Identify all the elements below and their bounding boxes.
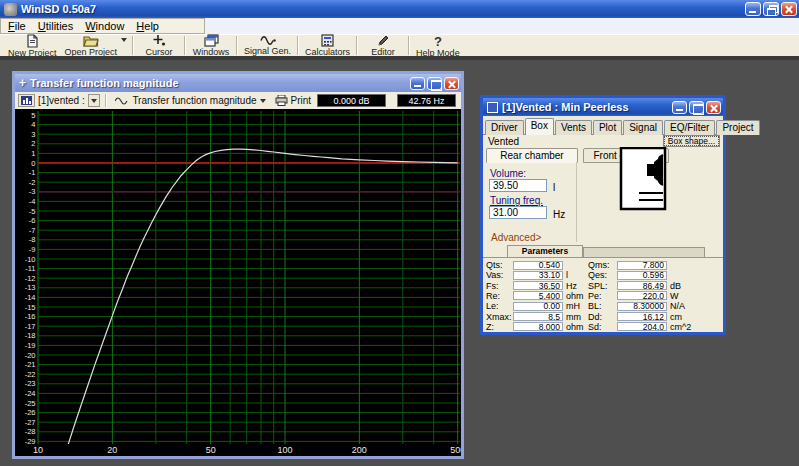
svg-text:4: 4 [31, 120, 35, 129]
svg-text:10: 10 [33, 445, 43, 455]
parameter-label: Dd: [588, 312, 617, 322]
parameter-label: BL: [588, 301, 617, 311]
transfer-close-button[interactable] [444, 77, 459, 90]
transfer-function-window: + Transfer function magnitude [1]vented … [12, 71, 464, 459]
signal-gen-icon [260, 35, 276, 46]
parameters-column-left: Qts:0.540Vas:33.10lFs:36.50HzRe:5.400ohm… [486, 260, 588, 332]
transfer-window-controls [410, 77, 459, 90]
svg-text:1: 1 [31, 149, 35, 158]
cursor-button[interactable]: Cursor [136, 35, 182, 56]
cursor-freq-readout: 42.76 Hz [397, 94, 456, 107]
plot-area[interactable]: -29-28-27-26-25-24-23-22-21-20-19-18-17-… [15, 109, 461, 456]
project-selector-label[interactable]: [1]vented : [38, 95, 85, 106]
project-window-icon [487, 102, 498, 113]
parameter-row: Fs:36.50Hz [486, 281, 588, 291]
svg-text:-14: -14 [25, 293, 36, 302]
parameter-unit: W [670, 291, 679, 301]
sine-icon [115, 97, 129, 105]
help-mode-button[interactable]: ?Help Mode [412, 35, 464, 56]
parameter-value: 16.12 [617, 312, 667, 321]
tuning-freq-input[interactable]: 31.00 [489, 206, 547, 219]
parameter-value: 204.0 [617, 322, 667, 331]
parameter-unit: dB [670, 281, 681, 291]
svg-text:-7: -7 [29, 226, 36, 235]
menu-window[interactable]: Window [85, 20, 124, 32]
svg-text:-22: -22 [25, 370, 36, 379]
windows-button[interactable]: Windows [188, 35, 234, 56]
project-maximize-button[interactable] [689, 101, 704, 114]
menu-utilities[interactable]: Utilities [38, 20, 73, 32]
transfer-minimize-button[interactable] [410, 77, 425, 90]
toolbar-separator [184, 36, 186, 55]
tab-vents[interactable]: Vents [555, 120, 592, 135]
open-project-icon [83, 34, 99, 47]
tab-project[interactable]: Project [716, 120, 759, 135]
parameter-unit: mm [566, 312, 581, 322]
tab-signal[interactable]: Signal [623, 120, 663, 135]
svg-text:100: 100 [277, 445, 292, 455]
parameter-label: Fs: [486, 281, 513, 291]
parameter-unit: ohm [566, 322, 584, 332]
tab-driver[interactable]: Driver [485, 120, 524, 135]
parameter-label: Xmax: [486, 312, 513, 322]
menu-help[interactable]: Help [136, 20, 159, 32]
parameter-label: Qes: [588, 270, 617, 280]
crosshair-icon: + [19, 77, 26, 90]
volume-input[interactable]: 39.50 [489, 179, 547, 192]
svg-text:-2: -2 [29, 178, 36, 187]
open-project-dropdown-arrow[interactable] [121, 35, 130, 56]
parameter-value: 36.50 [513, 281, 563, 290]
graph-select-icon[interactable] [18, 94, 35, 107]
open-project-button[interactable]: Open Project [61, 35, 122, 56]
svg-text:-19: -19 [25, 341, 36, 350]
svg-text:50: 50 [206, 445, 216, 455]
project-close-button[interactable] [706, 101, 721, 114]
tab-plot[interactable]: Plot [593, 120, 622, 135]
editor-button[interactable]: Editor [360, 35, 406, 56]
advanced-link[interactable]: Advanced> [491, 232, 541, 243]
menu-file[interactable]: File [8, 20, 26, 32]
help-mode-icon: ? [432, 34, 444, 48]
svg-text:-4: -4 [29, 197, 36, 206]
new-project-icon [25, 34, 39, 48]
project-window-titlebar[interactable]: [1]Vented : Min Peerless [483, 98, 723, 116]
parameter-value: 8.30000 [617, 302, 667, 311]
toolbar-separator [297, 36, 299, 55]
box-shape-button[interactable]: Box shape... [663, 135, 720, 147]
graph-type-dropdown-arrow[interactable] [260, 99, 266, 103]
tab-eq-filter[interactable]: EQ/Filter [664, 120, 715, 135]
app-minimize-button[interactable] [745, 2, 761, 16]
transfer-window-titlebar[interactable]: + Transfer function magnitude [15, 74, 461, 92]
transfer-magnitude-chart[interactable]: -29-28-27-26-25-24-23-22-21-20-19-18-17-… [15, 109, 461, 456]
tuning-freq-unit: Hz [553, 209, 565, 220]
parameter-label: Z: [486, 322, 513, 332]
tab-box[interactable]: Box [525, 118, 554, 135]
volume-label: Volume: [490, 168, 526, 179]
parameter-value: 0.00 [513, 302, 563, 311]
app-close-button[interactable] [781, 2, 797, 16]
project-selector-dropdown[interactable] [88, 94, 101, 107]
calculators-button[interactable]: Calculators [301, 35, 354, 56]
transfer-maximize-button[interactable] [427, 77, 442, 90]
signal-gen--button[interactable]: Signal Gen. [240, 35, 295, 56]
box-schematic [619, 147, 667, 211]
parameter-value: 86.49 [617, 281, 667, 290]
project-minimize-button[interactable] [672, 101, 687, 114]
svg-text:-28: -28 [25, 427, 36, 436]
parameter-value: 5.400 [513, 291, 563, 300]
toolbar-separator [356, 36, 358, 55]
parameter-label: Pe: [588, 291, 617, 301]
print-button[interactable]: Print [272, 94, 315, 108]
parameter-unit: ohm [566, 291, 584, 301]
parameters-header-tab[interactable]: Parameters [507, 245, 583, 257]
graph-type-combo[interactable]: Transfer function magnitude [112, 94, 268, 108]
parameter-unit: cm^2 [670, 322, 691, 332]
parameter-row: Re:5.400ohm [486, 291, 588, 301]
box-type-label[interactable]: Vented [488, 136, 519, 147]
new-project-button[interactable]: New Project [4, 35, 61, 56]
tab-rear-chamber[interactable]: Rear chamber [486, 148, 578, 163]
svg-text:20: 20 [107, 445, 117, 455]
svg-text:?: ? [434, 34, 442, 48]
app-restore-button[interactable] [763, 2, 779, 16]
parameter-unit: l [566, 270, 568, 280]
